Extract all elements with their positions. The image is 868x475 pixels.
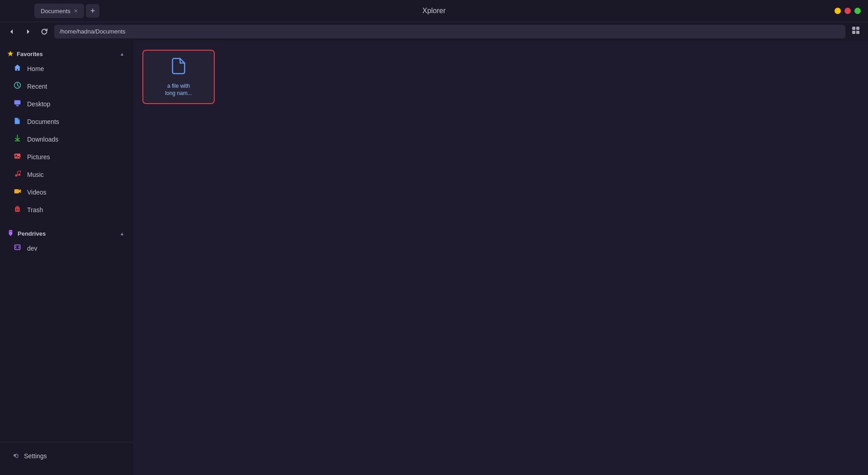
svg-rect-17 — [9, 230, 13, 235]
sidebar: ★ Favorites ▲ Home Recent — [0, 41, 133, 475]
main-layout: ★ Favorites ▲ Home Recent — [0, 41, 868, 475]
svg-rect-8 — [14, 141, 20, 142]
file-item[interactable]: a file withlong nam... — [142, 50, 215, 104]
sidebar-item-documents[interactable]: Documents — [4, 113, 130, 130]
pendrives-section-header[interactable]: Pendrives ▲ — [0, 226, 133, 239]
recent-icon — [13, 81, 22, 91]
pendrives-section: Pendrives ▲ dev — [0, 226, 133, 257]
forward-button[interactable] — [22, 26, 34, 37]
favorites-section-header[interactable]: ★ Favorites ▲ — [0, 46, 133, 60]
svg-rect-13 — [14, 189, 19, 193]
back-icon — [8, 28, 15, 35]
settings-item[interactable]: Settings — [4, 448, 130, 464]
sidebar-bottom: Settings — [0, 442, 133, 470]
svg-rect-1 — [856, 27, 859, 30]
view-toggle-button[interactable] — [849, 24, 863, 38]
svg-rect-14 — [15, 207, 19, 212]
back-button[interactable] — [5, 26, 18, 37]
sidebar-item-dev-label: dev — [27, 245, 38, 252]
pictures-icon — [13, 152, 22, 162]
sidebar-item-desktop-label: Desktop — [27, 100, 50, 108]
favorites-collapse-icon: ▲ — [120, 52, 124, 57]
file-icon — [170, 57, 188, 79]
tab-close-button[interactable]: × — [74, 8, 78, 14]
pendrives-icon — [7, 229, 14, 238]
svg-rect-9 — [14, 153, 20, 158]
sidebar-item-videos[interactable]: Videos — [4, 184, 130, 201]
minimize-button[interactable] — [835, 8, 841, 14]
home-icon — [13, 64, 22, 74]
maximize-button[interactable] — [854, 8, 861, 14]
svg-rect-3 — [856, 31, 859, 34]
sidebar-item-documents-label: Documents — [27, 118, 59, 125]
documents-icon — [13, 117, 22, 127]
sidebar-item-music[interactable]: Music — [4, 166, 130, 183]
close-button[interactable] — [844, 8, 851, 14]
svg-rect-18 — [10, 235, 11, 236]
tab-documents-label: Documents — [41, 8, 71, 14]
sidebar-item-home[interactable]: Home — [4, 60, 130, 77]
content-area: a file withlong nam... — [133, 41, 868, 475]
app-title: Xplorer — [422, 7, 446, 15]
refresh-button[interactable] — [38, 26, 51, 37]
new-tab-button[interactable]: + — [86, 4, 99, 18]
tab-documents[interactable]: Documents × — [34, 4, 84, 18]
favorites-star-icon: ★ — [7, 50, 13, 58]
svg-rect-20 — [11, 231, 12, 232]
refresh-icon — [41, 28, 48, 35]
settings-icon — [11, 451, 19, 461]
sidebar-item-videos-label: Videos — [27, 189, 47, 196]
svg-rect-0 — [852, 27, 855, 30]
svg-point-11 — [15, 174, 17, 176]
sidebar-top: ★ Favorites ▲ Home Recent — [0, 46, 133, 442]
sidebar-item-dev[interactable]: dev — [4, 240, 130, 257]
titlebar: Documents × + Xplorer — [0, 0, 868, 22]
pendrives-collapse-icon: ▲ — [120, 231, 124, 236]
forward-icon — [24, 28, 32, 35]
svg-rect-19 — [9, 231, 10, 232]
music-icon — [13, 170, 22, 180]
sidebar-item-pictures[interactable]: Pictures — [4, 148, 130, 166]
sidebar-item-music-label: Music — [27, 171, 44, 178]
sidebar-item-downloads-label: Downloads — [27, 136, 58, 143]
pendrives-label: Pendrives — [18, 230, 46, 237]
settings-label: Settings — [24, 452, 47, 460]
sidebar-item-trash-label: Trash — [27, 206, 43, 214]
sidebar-item-recent-label: Recent — [27, 83, 47, 90]
view-toggle-icon — [852, 26, 860, 34]
sidebar-item-home-label: Home — [27, 65, 44, 72]
tabs-area: Documents × + — [34, 4, 99, 18]
svg-point-12 — [18, 174, 20, 176]
sidebar-item-trash[interactable]: Trash — [4, 201, 130, 218]
dev-icon — [13, 243, 22, 253]
svg-rect-7 — [16, 105, 19, 106]
desktop-icon — [13, 99, 22, 109]
favorites-label: Favorites — [17, 51, 43, 57]
downloads-icon — [13, 134, 22, 144]
sidebar-item-recent[interactable]: Recent — [4, 78, 130, 95]
svg-rect-6 — [16, 105, 18, 106]
sidebar-item-desktop[interactable]: Desktop — [4, 95, 130, 113]
sidebar-item-pictures-label: Pictures — [27, 153, 50, 161]
toolbar — [0, 22, 868, 41]
file-grid: a file withlong nam... — [142, 50, 859, 104]
svg-rect-2 — [852, 31, 855, 34]
svg-rect-5 — [14, 100, 20, 104]
videos-icon — [13, 187, 22, 197]
sidebar-item-downloads[interactable]: Downloads — [4, 131, 130, 148]
file-item-name: a file withlong nam... — [165, 83, 192, 97]
window-controls — [835, 8, 861, 14]
trash-icon — [13, 205, 22, 215]
address-bar[interactable] — [54, 25, 845, 38]
